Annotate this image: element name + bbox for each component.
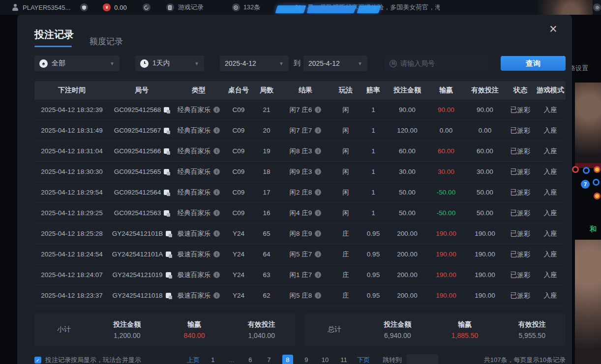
round-number: 62 <box>254 292 279 299</box>
table-number: C09 <box>223 209 254 217</box>
refresh-icon[interactable] <box>143 3 150 11</box>
info-icon[interactable] <box>315 272 321 278</box>
copy-icon[interactable] <box>164 169 169 174</box>
page-button[interactable]: 11 <box>338 355 349 364</box>
winloss-amount: 190.00 <box>428 230 464 237</box>
table-row[interactable]: 2025-04-12 18:32:39 GC0925412568 经典百家乐 C… <box>34 100 566 120</box>
status-badge: 已派彩 <box>506 126 535 135</box>
table-row[interactable]: 2025-04-12 18:30:30 GC0925412565 经典百家乐 C… <box>34 162 566 182</box>
spade-icon <box>39 59 48 68</box>
promo-logo <box>276 5 380 14</box>
bet-amount: 200.00 <box>387 271 428 279</box>
copy-icon[interactable] <box>166 293 171 298</box>
bet-time: 2025-04-12 18:31:49 <box>34 127 109 134</box>
info-icon[interactable] <box>315 127 321 134</box>
info-icon[interactable] <box>315 189 321 196</box>
bet-amount: 120.00 <box>387 127 428 134</box>
page-button[interactable]: 1 <box>208 355 218 364</box>
copy-icon[interactable] <box>166 252 171 257</box>
table-number: Y24 <box>223 230 254 237</box>
game-number-cell: GY24254121019 <box>109 271 174 279</box>
info-icon[interactable] <box>213 168 220 175</box>
status-badge: 已派彩 <box>506 106 535 114</box>
info-icon[interactable] <box>213 251 220 257</box>
info-icon[interactable] <box>315 210 321 216</box>
table-row[interactable]: 2025-04-12 18:24:07 GY24254121019 极速百家乐 … <box>34 265 566 285</box>
close-icon[interactable] <box>546 23 560 36</box>
table-row[interactable]: 2025-04-12 18:31:04 GC0925412566 经典百家乐 C… <box>34 141 566 162</box>
info-icon[interactable] <box>315 230 321 237</box>
valid-bet: 50.00 <box>464 189 506 196</box>
game-record-label[interactable]: 游戏记录 <box>178 3 204 12</box>
tie-badge: 和 <box>590 225 597 234</box>
info-icon[interactable] <box>213 189 220 196</box>
next-page-button[interactable]: 下页 <box>357 356 370 364</box>
page-button-current[interactable]: 8 <box>282 355 293 364</box>
info-icon[interactable] <box>315 292 321 299</box>
copy-icon[interactable] <box>166 231 171 236</box>
table-row[interactable]: 2025-04-12 18:24:54 GY2425412101A 极速百家乐 … <box>34 244 566 265</box>
page-button[interactable]: 10 <box>320 355 331 364</box>
tab-quota-records[interactable]: 额度记录 <box>90 36 123 47</box>
copy-icon[interactable] <box>164 210 169 216</box>
query-button[interactable]: 查询 <box>501 56 566 71</box>
info-icon[interactable] <box>213 230 220 237</box>
status-badge: 已派彩 <box>506 147 535 156</box>
game-number-cell: GY2425412101A <box>109 251 174 258</box>
info-icon[interactable] <box>213 292 220 299</box>
copy-icon[interactable] <box>164 148 169 154</box>
search-input[interactable] <box>400 59 489 67</box>
table-row[interactable]: 2025-04-12 18:29:25 GC0925412563 经典百家乐 C… <box>34 203 566 224</box>
dealer-video-thumbnail <box>539 0 593 15</box>
page-button: ... <box>226 355 237 364</box>
table-row[interactable]: 2025-04-12 18:25:28 GY2425412101B 极速百家乐 … <box>34 224 566 244</box>
copy-icon[interactable] <box>164 190 169 195</box>
status-badge: 已派彩 <box>506 229 535 238</box>
status-badge: 已派彩 <box>506 250 535 259</box>
bet-amount: 200.00 <box>387 230 428 237</box>
info-icon[interactable] <box>213 127 220 134</box>
bet-amount: 30.00 <box>387 168 428 175</box>
info-icon[interactable] <box>213 210 220 216</box>
copy-icon[interactable] <box>166 272 171 278</box>
info-icon[interactable] <box>315 148 321 154</box>
odds: 1 <box>360 147 387 155</box>
copy-icon[interactable] <box>164 107 169 112</box>
date-from-select[interactable]: 2025-4-12 <box>220 56 289 71</box>
merge-display-checkbox[interactable] <box>34 357 41 364</box>
result-cell: 闲5 庄7 <box>279 250 331 259</box>
page-button[interactable]: 9 <box>301 355 312 364</box>
info-icon[interactable] <box>315 251 321 257</box>
records-info: 共107条，每页显示10条记录 <box>484 356 566 364</box>
date-to-select[interactable]: 2025-4-12 <box>303 56 367 71</box>
game-type-cell: 经典百家乐 <box>174 126 223 135</box>
bet-records-modal: 投注记录 额度记录 全部 1天内 2025-4-12 到 2025-4-12 <box>17 15 572 364</box>
table-row[interactable]: 2025-04-12 18:31:49 GC0925412567 经典百家乐 C… <box>34 120 566 141</box>
page-button[interactable]: 7 <box>264 355 274 364</box>
period-select[interactable]: 1天内 <box>135 56 204 71</box>
copy-icon[interactable] <box>164 128 169 133</box>
tab-bet-records[interactable]: 投注记录 <box>34 28 74 47</box>
info-icon[interactable] <box>315 168 321 175</box>
jump-input[interactable] <box>407 354 438 364</box>
info-icon[interactable] <box>213 272 220 278</box>
winloss-amount: 190.00 <box>428 292 464 299</box>
total-bet-label: 投注金额 <box>364 320 431 329</box>
total-bet-value: 6,940.00 <box>364 332 431 339</box>
gear-icon[interactable] <box>593 3 601 11</box>
category-select[interactable]: 全部 <box>34 56 120 71</box>
status-badge: 已派彩 <box>506 168 535 176</box>
bet-time: 2025-04-12 18:30:30 <box>34 168 109 175</box>
table-row[interactable]: 2025-04-12 18:23:37 GY24254121018 极速百家乐 … <box>34 285 566 306</box>
game-record-icon[interactable] <box>166 3 174 11</box>
table-row[interactable]: 2025-04-12 18:29:54 GC0925412564 经典百家乐 C… <box>34 182 566 203</box>
page-button[interactable]: 6 <box>245 355 256 364</box>
winloss-amount: 90.00 <box>428 106 464 113</box>
info-icon[interactable] <box>213 148 220 154</box>
info-icon[interactable] <box>213 107 220 113</box>
info-icon[interactable] <box>315 107 321 113</box>
bet-time: 2025-04-12 18:31:04 <box>34 147 109 155</box>
table-number: C09 <box>223 189 254 196</box>
prev-page-button[interactable]: 上页 <box>187 356 200 364</box>
status-badge: 已派彩 <box>506 209 535 218</box>
